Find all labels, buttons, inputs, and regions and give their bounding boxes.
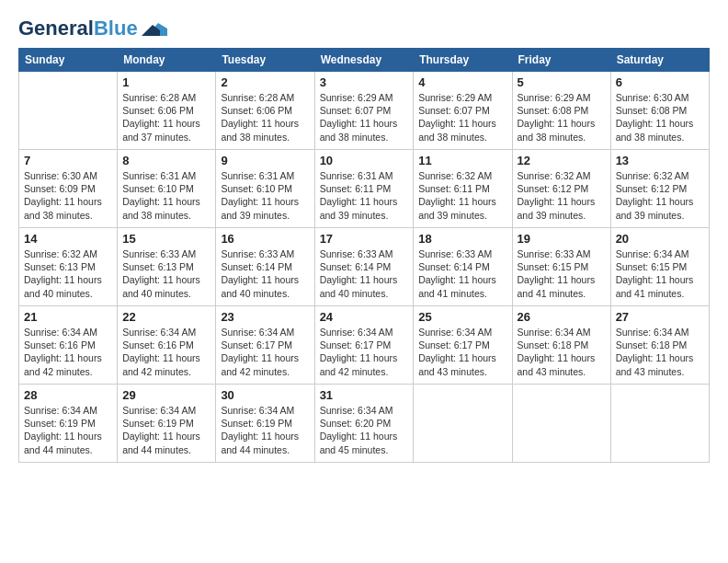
calendar-week-row: 7Sunrise: 6:30 AM Sunset: 6:09 PM Daylig… bbox=[19, 150, 710, 228]
day-number: 5 bbox=[518, 75, 606, 89]
day-number: 4 bbox=[418, 75, 506, 89]
day-number: 19 bbox=[518, 232, 606, 246]
day-number: 20 bbox=[616, 232, 704, 246]
calendar-cell: 2Sunrise: 6:28 AM Sunset: 6:06 PM Daylig… bbox=[216, 72, 314, 150]
day-number: 31 bbox=[320, 388, 409, 402]
day-number: 14 bbox=[24, 232, 112, 246]
day-number: 25 bbox=[418, 310, 506, 324]
calendar-cell: 13Sunrise: 6:32 AM Sunset: 6:12 PM Dayli… bbox=[610, 150, 709, 228]
logo-icon bbox=[142, 19, 167, 38]
calendar-cell: 17Sunrise: 6:33 AM Sunset: 6:14 PM Dayli… bbox=[314, 228, 414, 306]
calendar-header-row: SundayMondayTuesdayWednesdayThursdayFrid… bbox=[19, 49, 710, 72]
day-info: Sunrise: 6:32 AM Sunset: 6:13 PM Dayligh… bbox=[24, 247, 112, 300]
day-info: Sunrise: 6:34 AM Sunset: 6:19 PM Dayligh… bbox=[24, 404, 112, 456]
calendar-cell: 12Sunrise: 6:32 AM Sunset: 6:12 PM Dayli… bbox=[512, 150, 610, 228]
day-info: Sunrise: 6:33 AM Sunset: 6:15 PM Dayligh… bbox=[518, 247, 606, 300]
day-number: 21 bbox=[24, 310, 112, 324]
day-info: Sunrise: 6:34 AM Sunset: 6:18 PM Dayligh… bbox=[616, 326, 704, 378]
day-number: 23 bbox=[221, 310, 309, 324]
day-info: Sunrise: 6:32 AM Sunset: 6:12 PM Dayligh… bbox=[518, 169, 606, 222]
logo-text: GeneralBlue bbox=[18, 18, 138, 39]
day-info: Sunrise: 6:33 AM Sunset: 6:14 PM Dayligh… bbox=[221, 247, 309, 300]
calendar-cell: 26Sunrise: 6:34 AM Sunset: 6:18 PM Dayli… bbox=[512, 306, 610, 385]
calendar-cell: 9Sunrise: 6:31 AM Sunset: 6:10 PM Daylig… bbox=[216, 150, 314, 228]
calendar-cell: 18Sunrise: 6:33 AM Sunset: 6:14 PM Dayli… bbox=[414, 228, 512, 306]
calendar-cell: 28Sunrise: 6:34 AM Sunset: 6:19 PM Dayli… bbox=[19, 385, 118, 463]
calendar-cell: 3Sunrise: 6:29 AM Sunset: 6:07 PM Daylig… bbox=[314, 72, 414, 150]
day-info: Sunrise: 6:32 AM Sunset: 6:12 PM Dayligh… bbox=[616, 169, 704, 222]
day-info: Sunrise: 6:34 AM Sunset: 6:15 PM Dayligh… bbox=[616, 247, 704, 300]
day-of-week-header: Monday bbox=[118, 49, 216, 72]
calendar-cell: 15Sunrise: 6:33 AM Sunset: 6:13 PM Dayli… bbox=[118, 228, 216, 306]
day-info: Sunrise: 6:29 AM Sunset: 6:07 PM Dayligh… bbox=[320, 91, 409, 144]
day-number: 13 bbox=[616, 154, 704, 167]
calendar-cell bbox=[512, 385, 610, 463]
day-of-week-header: Wednesday bbox=[314, 49, 414, 72]
calendar-cell: 29Sunrise: 6:34 AM Sunset: 6:19 PM Dayli… bbox=[118, 385, 216, 463]
day-info: Sunrise: 6:28 AM Sunset: 6:06 PM Dayligh… bbox=[122, 91, 210, 144]
day-info: Sunrise: 6:30 AM Sunset: 6:08 PM Dayligh… bbox=[616, 91, 704, 144]
day-of-week-header: Tuesday bbox=[216, 49, 314, 72]
day-number: 28 bbox=[24, 388, 112, 402]
calendar-cell: 8Sunrise: 6:31 AM Sunset: 6:10 PM Daylig… bbox=[118, 150, 216, 228]
day-info: Sunrise: 6:28 AM Sunset: 6:06 PM Dayligh… bbox=[221, 91, 309, 144]
day-info: Sunrise: 6:31 AM Sunset: 6:11 PM Dayligh… bbox=[320, 169, 409, 222]
calendar-cell: 14Sunrise: 6:32 AM Sunset: 6:13 PM Dayli… bbox=[19, 228, 118, 306]
day-info: Sunrise: 6:33 AM Sunset: 6:14 PM Dayligh… bbox=[320, 247, 409, 300]
calendar-week-row: 21Sunrise: 6:34 AM Sunset: 6:16 PM Dayli… bbox=[19, 306, 710, 385]
day-info: Sunrise: 6:34 AM Sunset: 6:16 PM Dayligh… bbox=[24, 326, 112, 378]
day-info: Sunrise: 6:34 AM Sunset: 6:19 PM Dayligh… bbox=[122, 404, 210, 456]
day-number: 16 bbox=[221, 232, 309, 246]
day-number: 17 bbox=[320, 232, 409, 246]
logo: GeneralBlue bbox=[18, 18, 167, 39]
day-info: Sunrise: 6:34 AM Sunset: 6:17 PM Dayligh… bbox=[320, 326, 409, 378]
day-info: Sunrise: 6:31 AM Sunset: 6:10 PM Dayligh… bbox=[122, 169, 210, 222]
calendar-cell: 25Sunrise: 6:34 AM Sunset: 6:17 PM Dayli… bbox=[414, 306, 512, 385]
day-of-week-header: Sunday bbox=[19, 49, 118, 72]
day-info: Sunrise: 6:30 AM Sunset: 6:09 PM Dayligh… bbox=[24, 169, 112, 222]
calendar-week-row: 1Sunrise: 6:28 AM Sunset: 6:06 PM Daylig… bbox=[19, 72, 710, 150]
calendar-cell: 21Sunrise: 6:34 AM Sunset: 6:16 PM Dayli… bbox=[19, 306, 118, 385]
calendar-cell bbox=[19, 72, 118, 150]
page-header: GeneralBlue bbox=[18, 18, 710, 39]
day-number: 11 bbox=[418, 154, 506, 167]
day-info: Sunrise: 6:33 AM Sunset: 6:14 PM Dayligh… bbox=[418, 247, 506, 300]
day-info: Sunrise: 6:34 AM Sunset: 6:16 PM Dayligh… bbox=[122, 326, 210, 378]
calendar-cell: 1Sunrise: 6:28 AM Sunset: 6:06 PM Daylig… bbox=[118, 72, 216, 150]
day-number: 2 bbox=[221, 75, 309, 89]
calendar-week-row: 28Sunrise: 6:34 AM Sunset: 6:19 PM Dayli… bbox=[19, 385, 710, 463]
day-info: Sunrise: 6:34 AM Sunset: 6:17 PM Dayligh… bbox=[418, 326, 506, 378]
day-number: 29 bbox=[122, 388, 210, 402]
calendar-cell: 20Sunrise: 6:34 AM Sunset: 6:15 PM Dayli… bbox=[610, 228, 709, 306]
calendar-table: SundayMondayTuesdayWednesdayThursdayFrid… bbox=[18, 48, 710, 463]
calendar-cell: 7Sunrise: 6:30 AM Sunset: 6:09 PM Daylig… bbox=[19, 150, 118, 228]
day-number: 10 bbox=[320, 154, 409, 167]
day-info: Sunrise: 6:33 AM Sunset: 6:13 PM Dayligh… bbox=[122, 247, 210, 300]
calendar-cell: 16Sunrise: 6:33 AM Sunset: 6:14 PM Dayli… bbox=[216, 228, 314, 306]
calendar-cell: 22Sunrise: 6:34 AM Sunset: 6:16 PM Dayli… bbox=[118, 306, 216, 385]
day-number: 18 bbox=[418, 232, 506, 246]
day-info: Sunrise: 6:34 AM Sunset: 6:19 PM Dayligh… bbox=[221, 404, 309, 456]
day-number: 3 bbox=[320, 75, 409, 89]
day-number: 8 bbox=[122, 154, 210, 167]
calendar-cell: 23Sunrise: 6:34 AM Sunset: 6:17 PM Dayli… bbox=[216, 306, 314, 385]
day-number: 1 bbox=[122, 75, 210, 89]
day-info: Sunrise: 6:34 AM Sunset: 6:18 PM Dayligh… bbox=[518, 326, 606, 378]
calendar-cell: 11Sunrise: 6:32 AM Sunset: 6:11 PM Dayli… bbox=[414, 150, 512, 228]
day-info: Sunrise: 6:34 AM Sunset: 6:17 PM Dayligh… bbox=[221, 326, 309, 378]
day-number: 30 bbox=[221, 388, 309, 402]
day-number: 12 bbox=[518, 154, 606, 167]
day-of-week-header: Thursday bbox=[414, 49, 512, 72]
calendar-cell bbox=[610, 385, 709, 463]
day-info: Sunrise: 6:31 AM Sunset: 6:10 PM Dayligh… bbox=[221, 169, 309, 222]
day-number: 7 bbox=[24, 154, 112, 167]
day-number: 6 bbox=[616, 75, 704, 89]
calendar-cell: 10Sunrise: 6:31 AM Sunset: 6:11 PM Dayli… bbox=[314, 150, 414, 228]
calendar-cell bbox=[414, 385, 512, 463]
day-number: 9 bbox=[221, 154, 309, 167]
calendar-cell: 27Sunrise: 6:34 AM Sunset: 6:18 PM Dayli… bbox=[610, 306, 709, 385]
calendar-cell: 6Sunrise: 6:30 AM Sunset: 6:08 PM Daylig… bbox=[610, 72, 709, 150]
calendar-cell: 24Sunrise: 6:34 AM Sunset: 6:17 PM Dayli… bbox=[314, 306, 414, 385]
calendar-cell: 19Sunrise: 6:33 AM Sunset: 6:15 PM Dayli… bbox=[512, 228, 610, 306]
calendar-cell: 4Sunrise: 6:29 AM Sunset: 6:07 PM Daylig… bbox=[414, 72, 512, 150]
